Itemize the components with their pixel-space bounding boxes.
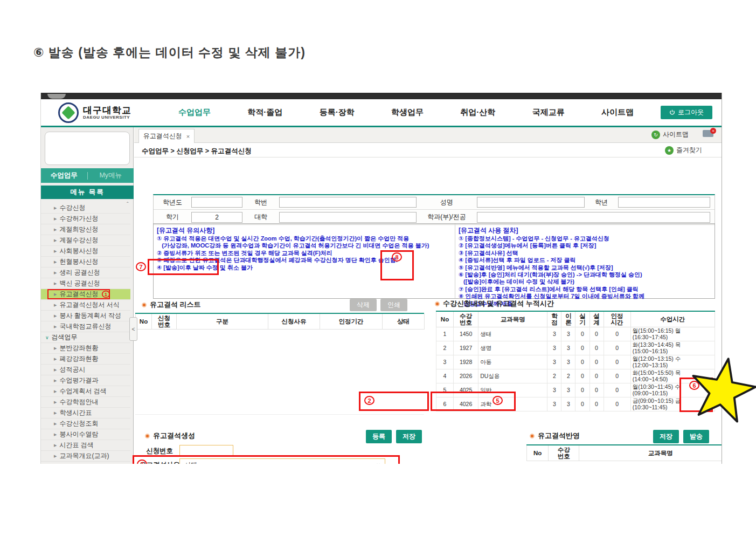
column-header: 교과목명 bbox=[478, 312, 547, 327]
reason-select[interactable]: 선택 ∨ bbox=[179, 458, 385, 464]
sidebar-item-검색업무[interactable]: ∨검색업무 bbox=[41, 332, 130, 343]
sidebar-item-생리 공결신청[interactable]: ▶생리 공결신청 bbox=[41, 268, 130, 278]
notice-caution: [유고결석 유의사항] ① 유고결석 적용은 대면수업 및 실시간 Zoom 수… bbox=[154, 224, 455, 298]
sidebar-item-봉사이수열람[interactable]: ▶봉사이수열람 bbox=[41, 429, 130, 440]
column-header: 구분 bbox=[177, 314, 268, 330]
nav-item-취업·산학[interactable]: 취업·산학 bbox=[460, 107, 495, 118]
sidebar-item-성적공시[interactable]: ▶성적공시 bbox=[41, 365, 130, 375]
cell-credit: 3 bbox=[547, 383, 561, 397]
save-button-create[interactable]: 저장 bbox=[396, 430, 422, 443]
sidebar-item-시간표 검색[interactable]: ▶시간표 검색 bbox=[41, 440, 130, 451]
register-button[interactable]: 등록 bbox=[366, 430, 392, 443]
cell-design: 0 bbox=[589, 397, 604, 411]
sidebar-item-계절희망신청[interactable]: ▶계절희망신청 bbox=[41, 224, 130, 235]
cell-no: 6 bbox=[436, 397, 454, 411]
sidebar-item-수강학점안내[interactable]: ▶수강학점안내 bbox=[41, 397, 130, 408]
sidebar-item-학생시간표[interactable]: ▶학생시간표 bbox=[41, 408, 130, 419]
sidebar-item-유고결석신청[interactable]: ▶유고결석신청1 bbox=[41, 289, 130, 300]
cell-lab: 0 bbox=[575, 397, 589, 411]
close-all-tabs-icon[interactable] bbox=[703, 130, 713, 137]
sidebar-item-label: 취업적성검사 bbox=[59, 462, 98, 464]
power-icon bbox=[669, 109, 675, 115]
cell-time: 월(15:00~16:15) 월(16:30~17:45) bbox=[630, 327, 715, 341]
table-header-row: No신청 번호구분신청사유인정기간상태 bbox=[136, 314, 425, 330]
absence-list-title-text: 유고결석 리스트 bbox=[150, 300, 201, 310]
sidebar-item-봉사 활동계획서 작성[interactable]: ▶봉사 활동계획서 작성 bbox=[41, 311, 130, 321]
print-button[interactable]: 인쇄 bbox=[380, 299, 407, 311]
notice-line: ④ [발송]이후 날짜 수정 및 취소 불가 bbox=[157, 264, 452, 271]
enrollment-row: 54025일반33000월(10:30~11:45) 수(09:00~10:15… bbox=[436, 383, 715, 397]
university-logo[interactable]: 대구대학교 DAEGU UNIVERSITY bbox=[58, 102, 131, 123]
nav-item-등록·장학[interactable]: 등록·장학 bbox=[320, 107, 355, 118]
sidebar-item-폐강강좌현황[interactable]: ▶폐강강좌현황 bbox=[41, 354, 130, 365]
document-tabbar: 유고결석신청 × ↻ 사이트맵 bbox=[134, 127, 722, 143]
tab-absence-application[interactable]: 유고결석신청 × bbox=[138, 129, 195, 143]
delete-button[interactable]: 삭제 bbox=[350, 299, 377, 311]
field-input-학년[interactable] bbox=[618, 197, 710, 208]
sidebar-tab-mymenu[interactable]: My메뉴 bbox=[88, 171, 134, 180]
field-input-성명[interactable] bbox=[477, 197, 585, 208]
send-button[interactable]: 발송 bbox=[683, 430, 709, 443]
apply-no-input[interactable] bbox=[179, 445, 233, 456]
logo-subtitle: DAEGU UNIVERSITY bbox=[83, 115, 131, 120]
sidebar-item-label: 수강학점안내 bbox=[59, 397, 98, 407]
cell-lab: 0 bbox=[575, 341, 589, 355]
save-button-apply[interactable]: 저장 bbox=[653, 430, 679, 443]
column-header: No bbox=[136, 314, 152, 330]
section-bullet-icon bbox=[530, 434, 535, 438]
sidebar-tab-lecture[interactable]: 수업업무 bbox=[41, 171, 87, 180]
sitemap-shortcut[interactable]: ↻ 사이트맵 bbox=[651, 130, 689, 139]
column-header: 이 론 bbox=[561, 312, 575, 327]
sidebar-item-사회봉사신청[interactable]: ▶사회봉사신청 bbox=[41, 246, 130, 257]
sidebar-item-유고결석신청서 서식[interactable]: ▶유고결석신청서 서식 bbox=[41, 300, 130, 311]
cell-lab: 0 bbox=[575, 327, 589, 341]
sidebar-item-label: 봉사 활동계획서 작성 bbox=[59, 311, 121, 320]
breadcrumb: 수업업무 > 신청업무 > 유고결석신청 bbox=[142, 147, 252, 156]
tab-close-icon[interactable]: × bbox=[186, 133, 190, 140]
field-input-학번[interactable] bbox=[279, 197, 417, 208]
column-header: No bbox=[527, 445, 549, 461]
sidebar-item-헌혈봉사신청[interactable]: ▶헌혈봉사신청 bbox=[41, 257, 130, 268]
cell-no: 1 bbox=[436, 327, 454, 341]
favorite-button[interactable]: ★ 즐겨찾기 bbox=[665, 146, 702, 155]
table-header-row: No수강 번호교과목명인정 시간 bbox=[527, 445, 723, 461]
sidebar-item-교과목개요(교과)[interactable]: ▶교과목개요(교과) bbox=[41, 451, 130, 462]
sidebar-item-백신 공결신청[interactable]: ▶백신 공결신청 bbox=[41, 278, 130, 289]
sidebar-item-계절수강신청[interactable]: ▶계절수강신청 bbox=[41, 235, 130, 246]
field-input-대학[interactable] bbox=[279, 212, 417, 223]
sidebar-collapse-handle[interactable]: < bbox=[129, 317, 137, 341]
student-form-row: 학기대학학과(부)/전공 bbox=[154, 210, 715, 224]
favorite-star-icon: ★ bbox=[665, 146, 674, 155]
university-emblem-icon bbox=[58, 102, 79, 123]
annotation-2: 2 bbox=[364, 396, 374, 405]
nav-item-국제교류[interactable]: 국제교류 bbox=[532, 107, 565, 118]
nav-item-수업업무[interactable]: 수업업무 bbox=[178, 107, 211, 118]
field-label-학과(부)/전공: 학과(부)/전공 bbox=[417, 212, 477, 222]
logout-button[interactable]: 로그아웃 bbox=[661, 106, 712, 119]
annotation-box-active-menu bbox=[47, 289, 110, 299]
triangle-right-icon: ▶ bbox=[54, 206, 57, 210]
sidebar-item-수강허가신청[interactable]: ▶수강허가신청 bbox=[41, 214, 130, 224]
sidebar-item-수업계획서 검색[interactable]: ▶수업계획서 검색 bbox=[41, 386, 130, 397]
nav-item-학적·졸업[interactable]: 학적·졸업 bbox=[247, 107, 282, 118]
sidebar-item-수강신청조회[interactable]: ▶수강신청조회 bbox=[41, 419, 130, 429]
cell-name: 생명 bbox=[478, 341, 547, 355]
sidebar-item-label: 헌혈봉사신청 bbox=[59, 257, 98, 266]
cell-theory: 3 bbox=[561, 341, 575, 355]
field-input-학기[interactable] bbox=[191, 212, 242, 223]
nav-item-사이트맵[interactable]: 사이트맵 bbox=[601, 107, 634, 118]
field-input-학과(부)/전공[interactable] bbox=[477, 212, 710, 223]
sidebar-item-국내학점교류신청[interactable]: ▶국내학점교류신청 bbox=[41, 321, 130, 332]
nav-item-학생업무[interactable]: 학생업무 bbox=[391, 107, 424, 118]
sidebar-item-취업적성검사[interactable]: ▶취업적성검사 bbox=[41, 462, 130, 464]
sidebar: 수업업무 My메뉴 메뉴 목록 ⌃ ▶수강신청▶수강허가신청▶계절희망신청▶계절… bbox=[41, 127, 134, 464]
sidebar-item-수강신청[interactable]: ▶수강신청 bbox=[41, 203, 130, 214]
triangle-right-icon: ▶ bbox=[54, 249, 57, 253]
window-top-strip bbox=[41, 93, 722, 99]
column-header: 인정기간 bbox=[320, 314, 383, 330]
sidebar-item-분반강좌현황[interactable]: ▶분반강좌현황 bbox=[41, 343, 130, 354]
sidebar-item-수업평가결과[interactable]: ▶수업평가결과 bbox=[41, 375, 130, 386]
column-header: 신청사유 bbox=[268, 314, 320, 330]
window-control-blob bbox=[47, 94, 66, 99]
field-input-학년도[interactable] bbox=[191, 197, 242, 208]
